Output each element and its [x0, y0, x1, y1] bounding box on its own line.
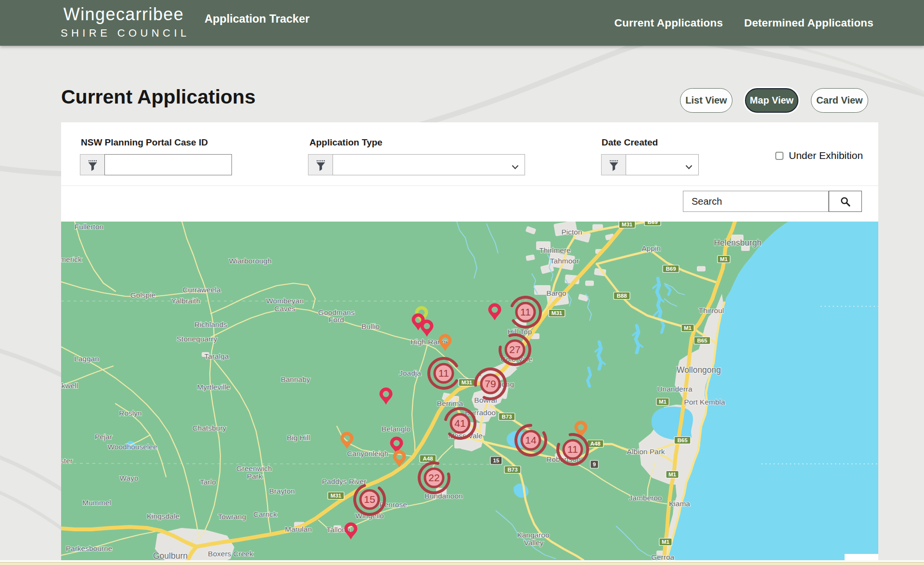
svg-text:Wombeyan: Wombeyan: [266, 297, 304, 305]
svg-text:B73: B73: [507, 467, 517, 473]
svg-text:Towrang: Towrang: [218, 512, 246, 521]
svg-text:Taralga: Taralga: [205, 352, 229, 360]
svg-text:M31: M31: [331, 493, 342, 499]
svg-text:Goulburn: Goulburn: [153, 551, 188, 560]
svg-text:22: 22: [428, 472, 439, 483]
svg-text:M1: M1: [668, 472, 677, 477]
svg-text:27: 27: [509, 344, 520, 355]
svg-text:Tarlo: Tarlo: [200, 478, 216, 486]
svg-text:Albion Park: Albion Park: [627, 447, 665, 456]
svg-text:M31: M31: [462, 380, 473, 385]
svg-text:Myrtleville: Myrtleville: [197, 383, 231, 391]
svg-text:Woodhouselee: Woodhouselee: [107, 443, 157, 451]
svg-text:Caves: Caves: [274, 304, 295, 313]
svg-text:Kangaroo: Kangaroo: [517, 531, 549, 539]
svg-text:11: 11: [520, 306, 531, 317]
svg-text:Kiama: Kiama: [669, 499, 690, 508]
svg-text:Bullio: Bullio: [361, 322, 380, 330]
svg-text:B69: B69: [647, 222, 657, 225]
svg-text:Big Hill: Big Hill: [287, 434, 310, 442]
svg-text:Jamberoo: Jamberoo: [629, 494, 662, 502]
svg-text:Brayton: Brayton: [269, 487, 295, 495]
svg-text:Pejar: Pejar: [95, 433, 112, 441]
svg-text:11: 11: [567, 444, 578, 455]
svg-text:kwell: kwell: [62, 381, 78, 390]
svg-text:Ford: Ford: [329, 315, 344, 324]
svg-text:Helensburgh: Helensburgh: [714, 238, 761, 248]
svg-text:Laggan: Laggan: [74, 355, 99, 363]
svg-text:79: 79: [485, 378, 496, 389]
svg-text:Curraweela: Curraweela: [182, 286, 221, 294]
svg-text:Roslyn: Roslyn: [119, 409, 141, 417]
svg-text:9: 9: [593, 461, 596, 467]
svg-text:Picton: Picton: [561, 228, 582, 236]
svg-text:Wayo: Wayo: [119, 474, 138, 482]
svg-text:M1: M1: [684, 325, 692, 331]
svg-text:A48: A48: [423, 456, 433, 461]
svg-text:Unanderra: Unanderra: [657, 385, 693, 393]
svg-text:Belanglo: Belanglo: [382, 425, 411, 433]
svg-text:15: 15: [493, 458, 500, 463]
svg-text:Paddys River: Paddys River: [322, 477, 366, 486]
svg-text:15: 15: [364, 494, 375, 505]
svg-text:Yalbraith: Yalbraith: [171, 297, 200, 305]
svg-text:Joadja: Joadja: [399, 369, 421, 377]
svg-text:Canyonleigh: Canyonleigh: [347, 449, 388, 458]
svg-text:Bargo: Bargo: [546, 289, 566, 297]
svg-text:Appin: Appin: [642, 244, 661, 252]
svg-text:M1: M1: [659, 399, 667, 405]
svg-text:B69: B69: [666, 266, 676, 272]
svg-text:Marulan: Marulan: [285, 525, 312, 533]
svg-text:Parkesbourne: Parkesbourne: [66, 544, 113, 552]
svg-text:Berrima: Berrima: [437, 399, 463, 407]
svg-text:B65: B65: [697, 338, 707, 343]
svg-text:Carrick: Carrick: [253, 510, 277, 518]
svg-text:Thirlmere: Thirlmere: [539, 246, 570, 254]
svg-text:Tahmoor: Tahmoor: [550, 257, 579, 265]
svg-text:M31: M31: [552, 310, 563, 316]
svg-text:Golspie: Golspie: [130, 291, 156, 299]
svg-text:41: 41: [454, 418, 465, 429]
svg-text:merick: merick: [61, 255, 82, 263]
svg-text:14: 14: [525, 434, 537, 446]
svg-text:Fullerton: Fullerton: [75, 223, 103, 231]
svg-text:Thirroul: Thirroul: [699, 306, 724, 315]
svg-text:ster: ster: [61, 457, 73, 465]
svg-text:M31: M31: [622, 222, 633, 227]
svg-text:B88: B88: [616, 293, 627, 299]
svg-text:Port Kembla: Port Kembla: [684, 398, 725, 406]
svg-text:Richlands: Richlands: [194, 320, 227, 328]
svg-text:Bannaby: Bannaby: [281, 375, 310, 383]
svg-text:A48: A48: [590, 441, 601, 447]
svg-text:B73: B73: [501, 414, 512, 420]
svg-text:Wollongong: Wollongong: [677, 365, 721, 375]
svg-text:Gerroa: Gerroa: [651, 553, 675, 560]
svg-text:M1: M1: [720, 256, 728, 262]
svg-text:B65: B65: [677, 437, 688, 443]
svg-text:Park: Park: [247, 472, 262, 480]
svg-text:11: 11: [438, 368, 449, 379]
svg-text:Boxers Creek: Boxers Creek: [208, 550, 253, 558]
svg-text:Wiarborough: Wiarborough: [229, 257, 272, 265]
svg-text:M1: M1: [662, 539, 670, 545]
svg-text:Kingsdale: Kingsdale: [147, 512, 180, 520]
svg-text:Chatsbury: Chatsbury: [192, 424, 227, 432]
svg-text:Stonequarry: Stonequarry: [177, 335, 218, 343]
svg-text:Greenwich: Greenwich: [236, 464, 272, 473]
svg-text:Valley: Valley: [524, 539, 543, 547]
svg-text:Mummel: Mummel: [82, 499, 111, 507]
